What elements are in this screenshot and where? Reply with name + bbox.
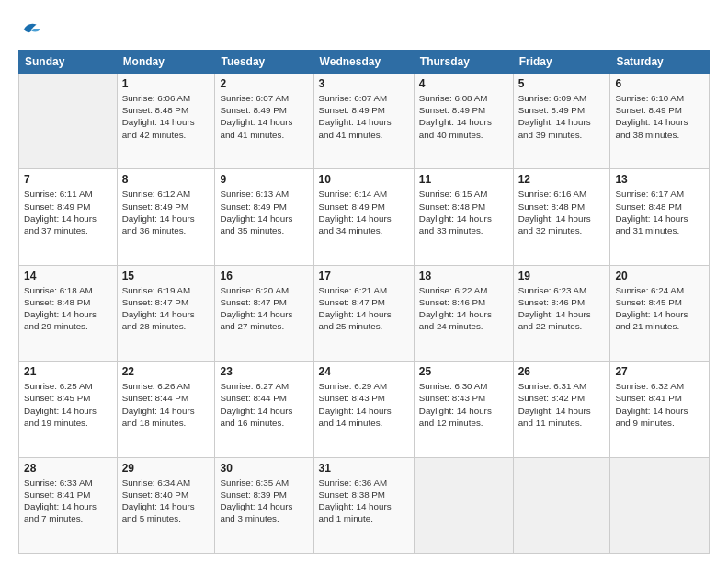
calendar-cell: 7Sunrise: 6:11 AM Sunset: 8:49 PM Daylig… (19, 169, 118, 265)
calendar-cell (610, 457, 710, 553)
day-number: 28 (24, 462, 112, 475)
day-number: 3 (319, 77, 409, 90)
calendar-cell: 6Sunrise: 6:10 AM Sunset: 8:49 PM Daylig… (610, 74, 710, 169)
day-info: Sunrise: 6:26 AM Sunset: 8:44 PM Dayligh… (122, 380, 210, 429)
calendar-cell: 9Sunrise: 6:13 AM Sunset: 8:49 PM Daylig… (215, 169, 313, 265)
day-info: Sunrise: 6:18 AM Sunset: 8:48 PM Dayligh… (24, 284, 112, 333)
day-number: 9 (220, 173, 308, 186)
calendar-cell: 5Sunrise: 6:09 AM Sunset: 8:49 PM Daylig… (513, 74, 610, 169)
day-number: 5 (518, 77, 606, 90)
day-header-sunday: Sunday (19, 51, 118, 74)
day-header-thursday: Thursday (414, 51, 513, 74)
day-info: Sunrise: 6:35 AM Sunset: 8:39 PM Dayligh… (220, 477, 308, 525)
day-number: 12 (518, 173, 606, 186)
calendar-cell: 26Sunrise: 6:31 AM Sunset: 8:42 PM Dayli… (513, 362, 610, 457)
calendar-cell: 15Sunrise: 6:19 AM Sunset: 8:47 PM Dayli… (117, 265, 215, 361)
day-header-saturday: Saturday (610, 51, 710, 74)
day-info: Sunrise: 6:10 AM Sunset: 8:49 PM Dayligh… (615, 92, 704, 141)
day-info: Sunrise: 6:07 AM Sunset: 8:49 PM Dayligh… (319, 92, 409, 141)
calendar-cell: 19Sunrise: 6:23 AM Sunset: 8:46 PM Dayli… (513, 265, 610, 361)
day-info: Sunrise: 6:15 AM Sunset: 8:48 PM Dayligh… (419, 188, 508, 236)
logo-icon (18, 17, 44, 42)
calendar-cell: 10Sunrise: 6:14 AM Sunset: 8:49 PM Dayli… (313, 169, 414, 265)
day-number: 11 (419, 173, 508, 186)
day-number: 24 (319, 365, 409, 378)
calendar-table: SundayMondayTuesdayWednesdayThursdayFrid… (18, 50, 710, 554)
calendar-cell: 11Sunrise: 6:15 AM Sunset: 8:48 PM Dayli… (414, 169, 513, 265)
calendar-cell (513, 457, 610, 553)
calendar-cell: 27Sunrise: 6:32 AM Sunset: 8:41 PM Dayli… (610, 362, 710, 457)
calendar-week-4: 28Sunrise: 6:33 AM Sunset: 8:41 PM Dayli… (19, 457, 710, 553)
calendar-cell: 16Sunrise: 6:20 AM Sunset: 8:47 PM Dayli… (215, 265, 313, 361)
day-number: 23 (220, 365, 308, 378)
calendar-week-1: 7Sunrise: 6:11 AM Sunset: 8:49 PM Daylig… (19, 169, 710, 265)
day-number: 4 (419, 77, 508, 90)
calendar-body: 1Sunrise: 6:06 AM Sunset: 8:48 PM Daylig… (19, 74, 710, 554)
day-number: 21 (24, 365, 112, 378)
day-info: Sunrise: 6:27 AM Sunset: 8:44 PM Dayligh… (220, 380, 308, 429)
day-info: Sunrise: 6:22 AM Sunset: 8:46 PM Dayligh… (419, 284, 508, 333)
day-number: 18 (419, 270, 508, 282)
calendar-week-2: 14Sunrise: 6:18 AM Sunset: 8:48 PM Dayli… (19, 265, 710, 361)
calendar-week-0: 1Sunrise: 6:06 AM Sunset: 8:48 PM Daylig… (19, 74, 710, 169)
calendar-cell (19, 74, 118, 169)
day-info: Sunrise: 6:12 AM Sunset: 8:49 PM Dayligh… (122, 188, 210, 236)
calendar-cell: 30Sunrise: 6:35 AM Sunset: 8:39 PM Dayli… (215, 457, 313, 553)
calendar-cell: 2Sunrise: 6:07 AM Sunset: 8:49 PM Daylig… (215, 74, 313, 169)
day-number: 8 (122, 173, 210, 186)
day-info: Sunrise: 6:17 AM Sunset: 8:48 PM Dayligh… (615, 188, 704, 236)
calendar-cell: 25Sunrise: 6:30 AM Sunset: 8:43 PM Dayli… (414, 362, 513, 457)
day-info: Sunrise: 6:25 AM Sunset: 8:45 PM Dayligh… (24, 380, 112, 429)
day-number: 22 (122, 365, 210, 378)
day-info: Sunrise: 6:09 AM Sunset: 8:49 PM Dayligh… (518, 92, 606, 141)
day-number: 1 (122, 77, 210, 90)
calendar-cell: 13Sunrise: 6:17 AM Sunset: 8:48 PM Dayli… (610, 169, 710, 265)
day-info: Sunrise: 6:34 AM Sunset: 8:40 PM Dayligh… (122, 477, 210, 525)
calendar-cell: 14Sunrise: 6:18 AM Sunset: 8:48 PM Dayli… (19, 265, 118, 361)
day-info: Sunrise: 6:23 AM Sunset: 8:46 PM Dayligh… (518, 284, 606, 333)
page: SundayMondayTuesdayWednesdayThursdayFrid… (0, 0, 728, 563)
calendar-cell: 24Sunrise: 6:29 AM Sunset: 8:43 PM Dayli… (313, 362, 414, 457)
day-info: Sunrise: 6:33 AM Sunset: 8:41 PM Dayligh… (24, 477, 112, 525)
day-number: 17 (319, 270, 409, 282)
calendar-cell: 3Sunrise: 6:07 AM Sunset: 8:49 PM Daylig… (313, 74, 414, 169)
day-info: Sunrise: 6:13 AM Sunset: 8:49 PM Dayligh… (220, 188, 308, 236)
calendar-cell: 22Sunrise: 6:26 AM Sunset: 8:44 PM Dayli… (117, 362, 215, 457)
day-info: Sunrise: 6:36 AM Sunset: 8:38 PM Dayligh… (319, 477, 409, 525)
day-number: 20 (615, 270, 704, 282)
calendar-cell: 18Sunrise: 6:22 AM Sunset: 8:46 PM Dayli… (414, 265, 513, 361)
day-number: 27 (615, 365, 704, 378)
day-info: Sunrise: 6:30 AM Sunset: 8:43 PM Dayligh… (419, 380, 508, 429)
day-number: 25 (419, 365, 508, 378)
day-info: Sunrise: 6:19 AM Sunset: 8:47 PM Dayligh… (122, 284, 210, 333)
calendar-week-3: 21Sunrise: 6:25 AM Sunset: 8:45 PM Dayli… (19, 362, 710, 457)
day-number: 29 (122, 462, 210, 475)
calendar-cell: 31Sunrise: 6:36 AM Sunset: 8:38 PM Dayli… (313, 457, 414, 553)
day-info: Sunrise: 6:24 AM Sunset: 8:45 PM Dayligh… (615, 284, 704, 333)
header (18, 17, 710, 42)
day-info: Sunrise: 6:29 AM Sunset: 8:43 PM Dayligh… (319, 380, 409, 429)
calendar-cell: 23Sunrise: 6:27 AM Sunset: 8:44 PM Dayli… (215, 362, 313, 457)
day-number: 13 (615, 173, 704, 186)
logo (18, 17, 48, 42)
calendar-cell: 20Sunrise: 6:24 AM Sunset: 8:45 PM Dayli… (610, 265, 710, 361)
calendar-cell: 1Sunrise: 6:06 AM Sunset: 8:48 PM Daylig… (117, 74, 215, 169)
day-info: Sunrise: 6:31 AM Sunset: 8:42 PM Dayligh… (518, 380, 606, 429)
day-header-wednesday: Wednesday (313, 51, 414, 74)
day-number: 10 (319, 173, 409, 186)
day-number: 30 (220, 462, 308, 475)
day-number: 6 (615, 77, 704, 90)
day-info: Sunrise: 6:16 AM Sunset: 8:48 PM Dayligh… (518, 188, 606, 236)
day-info: Sunrise: 6:20 AM Sunset: 8:47 PM Dayligh… (220, 284, 308, 333)
calendar-cell: 29Sunrise: 6:34 AM Sunset: 8:40 PM Dayli… (117, 457, 215, 553)
day-info: Sunrise: 6:08 AM Sunset: 8:49 PM Dayligh… (419, 92, 508, 141)
calendar-cell: 28Sunrise: 6:33 AM Sunset: 8:41 PM Dayli… (19, 457, 118, 553)
day-header-tuesday: Tuesday (215, 51, 313, 74)
day-info: Sunrise: 6:11 AM Sunset: 8:49 PM Dayligh… (24, 188, 112, 236)
calendar-cell: 4Sunrise: 6:08 AM Sunset: 8:49 PM Daylig… (414, 74, 513, 169)
day-number: 14 (24, 270, 112, 282)
day-info: Sunrise: 6:21 AM Sunset: 8:47 PM Dayligh… (319, 284, 409, 333)
calendar-cell (414, 457, 513, 553)
day-info: Sunrise: 6:14 AM Sunset: 8:49 PM Dayligh… (319, 188, 409, 236)
day-info: Sunrise: 6:06 AM Sunset: 8:48 PM Dayligh… (122, 92, 210, 141)
